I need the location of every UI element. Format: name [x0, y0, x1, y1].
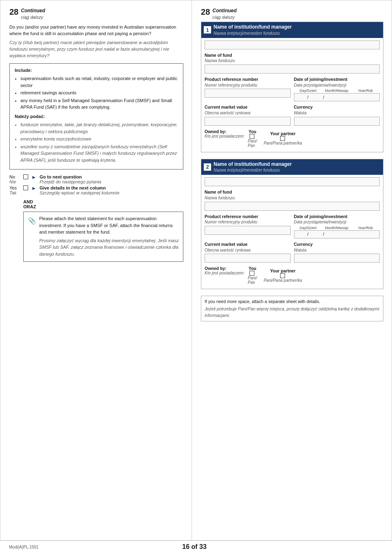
left-continued: Continued ciąg dalszy [21, 8, 45, 20]
fund-1-product-ref-group: Product reference number Numer referency… [205, 77, 290, 101]
fund-2-header-text: Name of institution/fund manager Nazwa i… [214, 161, 292, 174]
yes-checkbox[interactable] [23, 185, 28, 190]
right-continued-en: Continued [212, 8, 236, 14]
fund-1-day-input[interactable] [296, 95, 306, 100]
footer-left-text: Mod(iA)PL.1501 [9, 545, 38, 549]
include-item-3: any money held in a Self Managed Superan… [20, 97, 178, 111]
include-item-2: retirement savings accounts [20, 89, 178, 96]
spacer-note-en: If you need more space, attach a separat… [205, 299, 380, 305]
fund-1-value-currency-row: Current market value Obecna wartość rynk… [205, 105, 380, 125]
fund-2-product-ref-label: Product reference number Numer referency… [205, 214, 290, 225]
fund-2-institution-input[interactable] [205, 177, 380, 186]
fund-1-product-ref-label: Product reference number Numer referency… [205, 77, 290, 88]
fund-2-month-label: Month/Miesiąc [323, 226, 351, 230]
right-section-header: 28 Continued ciąg dalszy [201, 8, 383, 20]
fund-1-value-label: Current market value Obecna wartość rynk… [205, 105, 290, 116]
fund-1-header-pl: Nazwa instytucji/menedżer funduszu [214, 31, 292, 36]
naleze-title: Należy podać: [15, 113, 178, 120]
fund-section-1: 1 Name of institution/fund manager Nazwa… [201, 22, 383, 152]
yes-action-text: Give details in the next column Szczegół… [40, 185, 120, 195]
left-section-header: 28 Continued ciąg dalszy [9, 8, 183, 20]
fund-2-partner-option: Your partner Pani/Pana partner/ka [264, 266, 302, 285]
spacer-note: If you need more space, attach a separat… [201, 296, 383, 321]
fund-1-header-text: Name of institution/fund manager Nazwa i… [214, 24, 292, 36]
fund-1-year-label: Year/Rok [351, 89, 380, 93]
naleze-item-1: fundusze emerytalne, takie, jak branży d… [20, 121, 178, 135]
fund-1-year-input[interactable] [325, 95, 338, 100]
include-list: superannuation funds such as retail, ind… [15, 75, 178, 111]
attach-box: 📎 Please attach the latest statement for… [23, 212, 183, 262]
fund-1-day-label: Day/Dzień [294, 89, 323, 93]
fund-2-header-pl: Nazwa instytucji/menedżer funduszu [214, 167, 292, 173]
fund-2-you-option: You Pani/ Pan [248, 266, 257, 285]
yes-option-row: Yes Tak ► Give details in the next colum… [9, 185, 183, 195]
fund-2-owned-options: You Pani/ Pan Your partner Pani/Pana par… [248, 266, 302, 285]
continued-en: Continued [21, 8, 45, 14]
spacer-note-pl: Jeżeli potrzebuje Pani/Pan więcej miejsc… [205, 306, 380, 319]
attach-en: Please attach the latest statement for e… [39, 215, 179, 236]
no-checkbox[interactable] [23, 174, 28, 179]
fund-1-date-sub-labels: Day/Dzień Month/Miesiąc Year/Rok [294, 89, 380, 93]
and-pl: ORAZ [23, 204, 183, 209]
fund-1-institution-input[interactable] [205, 40, 380, 49]
left-page-number: 28 [9, 8, 18, 16]
main-question-en: Do you (and/or your partner) have any mo… [9, 24, 183, 37]
fund-1-name-label: Name of fund Nazwa funduszu [205, 53, 380, 64]
fund-2-you-checkbox[interactable] [249, 271, 254, 276]
naleze-item-3: wszelkie sumy z samodzielnie zarządzanyc… [20, 143, 178, 164]
fund-2-value-currency-row: Current market value Obecna wartość rynk… [205, 242, 380, 263]
fund-2-owned-label: Owned by: Kto jest posiadaczem: [205, 266, 245, 275]
and-ora-block: AND ORAZ [23, 199, 183, 209]
fund-1-month-label: Month/Miesiąc [323, 89, 351, 93]
fund-2-date-inputs[interactable]: / / [294, 230, 380, 239]
no-arrow-icon: ► [31, 174, 36, 180]
fund-1-date-inputs[interactable]: / / [294, 93, 380, 101]
fund-1-date-label: Date of joining/investment Data przystąp… [294, 77, 380, 88]
fund-1-ref-date-row: Product reference number Numer referency… [205, 77, 380, 101]
fund-1-header: 1 Name of institution/fund manager Nazwa… [201, 22, 383, 38]
fund-2-day-input[interactable] [296, 232, 306, 236]
fund-1-partner-checkbox[interactable] [280, 136, 285, 141]
fund-2-currency-input[interactable] [294, 254, 380, 263]
fund-2-header: 2 Name of institution/fund manager Nazwa… [201, 159, 383, 175]
fund-2-name-input[interactable] [205, 202, 380, 211]
fund-2-owned-row: Owned by: Kto jest posiadaczem: You Pani… [205, 266, 380, 285]
fund-2-ref-date-row: Product reference number Numer referency… [205, 214, 380, 239]
fund-2-partner-box: Your partner Pani/Pana partner/ka [264, 268, 302, 283]
fund-1-name-input[interactable] [205, 65, 380, 74]
no-label-en: No Nie [9, 174, 21, 184]
fund-1-badge: 1 [204, 26, 211, 33]
fund-2-year-input[interactable] [325, 232, 338, 236]
right-page-number: 28 [201, 8, 210, 16]
fund-2-partner-checkbox[interactable] [280, 273, 285, 278]
fund-2-body: Name of fund Nazwa funduszu Product refe… [201, 175, 383, 289]
no-option-row: No Nie ► Go to next question Przejdź do … [9, 174, 183, 184]
fund-2-product-ref-input[interactable] [205, 226, 290, 235]
yes-arrow-icon: ► [31, 185, 36, 191]
fund-2-badge: 2 [204, 163, 211, 171]
left-column: 28 Continued ciąg dalszy Do you (and/or … [0, 0, 192, 553]
fund-1-you-option: You Pani/ Pan [248, 129, 257, 148]
fund-2-name-group: Name of fund Nazwa funduszu [205, 190, 380, 210]
page-footer: Mod(iA)PL.1501 16 of 33 [0, 540, 392, 553]
fund-2-date-inner: Day/Dzień Month/Miesiąc Year/Rok / / [294, 226, 380, 239]
fund-1-value-input[interactable] [205, 117, 290, 126]
fund-1-date-group: Date of joining/investment Data przystąp… [294, 77, 380, 101]
fund-section-2: 2 Name of institution/fund manager Nazwa… [201, 159, 383, 290]
fund-2-month-input[interactable] [310, 232, 322, 236]
fund-1-owned-label: Owned by: Kto jest posiadaczem: [205, 129, 245, 138]
fund-1-you-checkbox[interactable] [249, 134, 254, 139]
fund-1-name-group: Name of fund Nazwa funduszu [205, 53, 380, 74]
include-title: Include: [15, 67, 178, 74]
fund-2-value-input[interactable] [205, 254, 290, 263]
right-continued: Continued ciąg dalszy [212, 8, 236, 20]
include-item-1: superannuation funds such as retail, ind… [20, 75, 178, 89]
fund-2-you-box: You Pani/ Pan [248, 266, 257, 285]
fund-1-month-input[interactable] [310, 95, 322, 100]
fund-2-currency-label: Currency Waluta [294, 242, 380, 253]
fund-2-year-label: Year/Rok [351, 226, 380, 230]
fund-1-currency-group: Currency Waluta [294, 105, 380, 125]
fund-1-product-ref-input[interactable] [205, 89, 290, 98]
naleze-item-2: emerytalne konta oszczędnościowe [20, 136, 178, 143]
fund-1-currency-input[interactable] [294, 117, 380, 126]
